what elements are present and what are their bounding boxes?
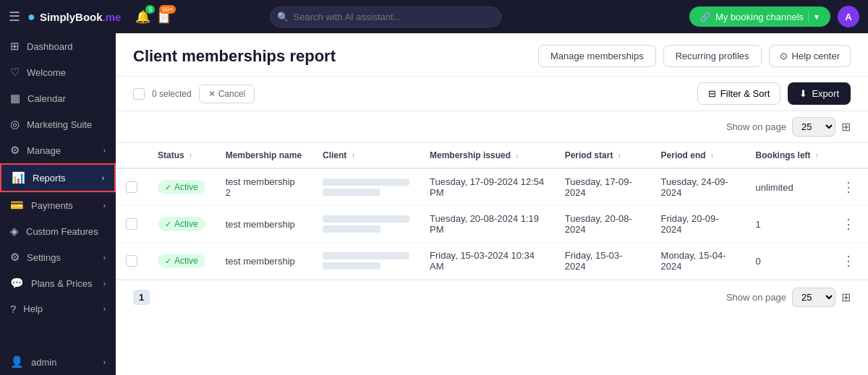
brand-name: SimplyBook.me <box>40 11 122 23</box>
status-cell: Active <box>148 168 216 206</box>
grid-view-icon[interactable]: ⊞ <box>841 120 851 134</box>
row-checkbox[interactable] <box>126 181 137 193</box>
sidebar-admin-label: admin <box>31 357 96 368</box>
membership-name-cell: test membership <box>216 243 312 280</box>
link-icon: 🔗 <box>699 12 711 22</box>
notifications-area: 🔔 5 📋 99+ <box>135 9 171 25</box>
sidebar-item-label: Reports <box>33 173 95 184</box>
client-email-blurred <box>323 189 380 196</box>
client-cell <box>312 243 420 280</box>
sidebar-item-payments[interactable]: 💳 Payments › <box>0 192 116 218</box>
row-checkbox[interactable] <box>126 218 137 230</box>
chevron-right-icon: › <box>103 280 106 288</box>
sidebar-item-help[interactable]: ? Help › <box>0 296 116 322</box>
sort-icon: ↑ <box>815 152 819 160</box>
brand-logo: ● SimplyBook.me <box>27 9 121 25</box>
table-footer: 1 Show on page 25 50 100 ⊞ <box>116 280 868 314</box>
table-header-row: Status ↑ Membership name Client ↑ Member… <box>116 143 868 168</box>
avatar[interactable]: A <box>838 6 859 27</box>
recurring-profiles-button[interactable]: Recurring profiles <box>663 45 762 67</box>
chevron-right-icon: › <box>103 305 106 313</box>
page-title: Client memberships report <box>133 47 336 66</box>
row-actions-button[interactable]: ⋮ <box>839 213 858 235</box>
row-checkbox[interactable] <box>126 255 137 267</box>
sidebar-item-calendar[interactable]: ▦ Calendar <box>0 85 116 111</box>
sidebar-item-settings[interactable]: ⚙ Settings › <box>0 244 116 270</box>
row-actions-button[interactable]: ⋮ <box>839 176 858 198</box>
bookings-left-column-header[interactable]: Bookings left ↑ <box>746 143 829 168</box>
status-cell: Active <box>148 206 216 243</box>
manage-memberships-button[interactable]: Manage memberships <box>538 45 656 67</box>
cancel-label: Cancel <box>218 89 245 99</box>
sidebar-item-label: Welcome <box>27 67 106 78</box>
table-row: Active test membership Tuesday, 20-08-20… <box>116 206 868 243</box>
membership-issued-cell: Tuesday, 17-09-2024 12:54 PM <box>420 168 555 206</box>
row-actions-button[interactable]: ⋮ <box>839 250 858 272</box>
memberships-table: Status ↑ Membership name Client ↑ Member… <box>116 143 868 280</box>
help-icon: ? <box>10 303 16 315</box>
calendar-nav-icon: ▦ <box>10 92 20 105</box>
menu-icon[interactable]: ☰ <box>9 9 20 25</box>
sidebar-item-reports[interactable]: 📊 Reports › <box>0 163 116 192</box>
notifications-bell[interactable]: 🔔 5 <box>135 9 150 25</box>
welcome-icon: ♡ <box>10 66 20 79</box>
navbar-right: 🔗 My booking channels ▼ A <box>689 6 859 27</box>
client-email-blurred <box>323 262 380 270</box>
client-cell <box>312 168 420 206</box>
filter-icon: ⊟ <box>708 88 716 99</box>
chevron-right-icon: › <box>103 147 106 155</box>
period-end-cell: Tuesday, 24-09-2024 <box>651 168 746 206</box>
membership-issued-column-header[interactable]: Membership issued ↓ <box>420 143 555 168</box>
question-circle-icon: ⊙ <box>780 51 788 61</box>
header-actions: Manage memberships Recurring profiles ⊙ … <box>538 45 851 67</box>
membership-name-value: test membership <box>226 256 295 267</box>
help-center-button[interactable]: ⊙ Help center <box>769 45 851 67</box>
status-badge: Active <box>158 217 205 231</box>
sidebar-item-marketing[interactable]: ◎ Marketing Suite <box>0 111 116 137</box>
bookings-left-value: 0 <box>756 256 761 267</box>
cancel-button[interactable]: ✕ Cancel <box>199 85 255 103</box>
export-button[interactable]: ⬇ Export <box>788 82 851 105</box>
client-name-blurred <box>323 252 409 259</box>
page-number[interactable]: 1 <box>133 290 150 305</box>
sort-icon: ↑ <box>618 152 621 160</box>
custom-features-icon: ◈ <box>10 225 19 238</box>
booking-channels-label: My booking channels <box>715 12 804 22</box>
filter-sort-button[interactable]: ⊟ Filter & Sort <box>697 82 781 105</box>
client-column-header[interactable]: Client ↑ <box>312 143 420 168</box>
sidebar-item-plans[interactable]: 💬 Plans & Prices › <box>0 270 116 296</box>
sidebar-item-custom-features[interactable]: ◈ Custom Features <box>0 218 116 244</box>
row-checkbox-cell <box>116 168 148 206</box>
membership-issued-value: Tuesday, 20-08-2024 1:19 PM <box>430 213 539 235</box>
status-column-header[interactable]: Status ↑ <box>148 143 216 168</box>
period-end-column-header[interactable]: Period end ↑ <box>651 143 746 168</box>
navbar: ☰ ● SimplyBook.me 🔔 5 📋 99+ 🔍 🔗 My booki… <box>0 0 868 33</box>
period-start-column-header[interactable]: Period start ↑ <box>555 143 651 168</box>
sidebar-item-label: Marketing Suite <box>27 119 106 130</box>
settings-icon: ⚙ <box>10 251 20 264</box>
membership-name-column-header[interactable]: Membership name <box>216 143 312 168</box>
manage-icon: ⚙ <box>10 144 20 157</box>
sidebar-item-dashboard[interactable]: ⊞ Dashboard <box>0 33 116 59</box>
page-size-select-footer[interactable]: 25 50 100 <box>792 288 835 307</box>
notifications-badge: 5 <box>145 5 155 14</box>
search-input[interactable] <box>270 7 501 27</box>
client-email-blurred <box>323 225 380 233</box>
sidebar-item-label: Plans & Prices <box>31 278 96 289</box>
status-badge: Active <box>158 254 205 268</box>
sidebar-item-label: Help <box>23 303 95 314</box>
show-on-page-label: Show on page <box>726 121 786 132</box>
booking-channels-button[interactable]: 🔗 My booking channels ▼ <box>689 7 830 27</box>
sidebar-item-admin[interactable]: 👤 admin › <box>0 349 116 375</box>
membership-name-value: test membership 2 <box>226 176 295 198</box>
sidebar-item-manage[interactable]: ⚙ Manage › <box>0 137 116 163</box>
page-size-select[interactable]: 25 50 100 <box>792 117 835 137</box>
grid-view-icon-footer[interactable]: ⊞ <box>841 290 851 304</box>
client-name-blurred <box>323 178 409 186</box>
calendar-icon[interactable]: 📋 99+ <box>156 9 171 25</box>
table-area: Show on page 25 50 100 ⊞ Status ↑ <box>116 111 868 375</box>
sidebar-item-welcome[interactable]: ♡ Welcome <box>0 59 116 85</box>
actions-cell: ⋮ <box>829 168 868 206</box>
sort-icon: ↓ <box>515 152 519 160</box>
select-all-checkbox[interactable] <box>133 88 145 100</box>
